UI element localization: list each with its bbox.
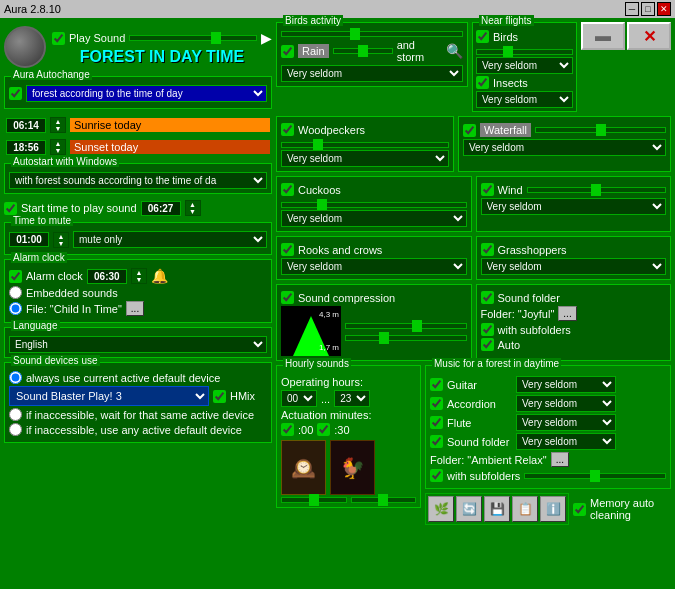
birds-activity-slider[interactable]: [281, 31, 463, 37]
hours-from-select[interactable]: 00: [281, 390, 317, 407]
icon-btn-3[interactable]: 💾: [484, 496, 510, 522]
rain-slider[interactable]: [333, 48, 393, 54]
waterfall-checkbox[interactable]: [463, 124, 476, 137]
auto-checkbox[interactable]: [481, 338, 494, 351]
near-insects-select[interactable]: Very seldom: [476, 91, 573, 108]
guitar-select[interactable]: Very seldom: [516, 376, 616, 393]
accordion-label: Accordion: [447, 398, 512, 410]
near-insects-checkbox[interactable]: [476, 76, 489, 89]
aura-select[interactable]: forest according to the time of day: [26, 85, 267, 102]
icon-btn-4[interactable]: 📋: [512, 496, 538, 522]
aura-checkbox[interactable]: [9, 87, 22, 100]
file-radio[interactable]: [9, 302, 22, 315]
rain-icon[interactable]: 🔍: [446, 43, 463, 59]
woodpeckers-slider[interactable]: [281, 142, 449, 148]
file-browse-btn[interactable]: ...: [126, 301, 144, 316]
maximize-button[interactable]: □: [641, 2, 655, 16]
always-device-label: always use current active default device: [26, 372, 220, 384]
close-button[interactable]: ✕: [657, 2, 671, 16]
icon-btn-2[interactable]: 🔄: [456, 496, 482, 522]
hmix-checkbox[interactable]: [213, 390, 226, 403]
minimize-button[interactable]: ─: [625, 2, 639, 16]
play-sound-checkbox[interactable]: [52, 32, 65, 45]
flute-checkbox[interactable]: [430, 416, 443, 429]
accordion-select[interactable]: Very seldom: [516, 395, 616, 412]
rooster-slider[interactable]: [351, 497, 417, 503]
close-window-btn[interactable]: ✕: [627, 22, 671, 50]
embedded-radio[interactable]: [9, 286, 22, 299]
inaccessible1-radio[interactable]: [9, 408, 22, 421]
hours-to-select[interactable]: 23: [334, 390, 370, 407]
sunset-down-btn[interactable]: ▼: [51, 147, 65, 154]
sound-folder-checkbox[interactable]: [481, 291, 494, 304]
waterfall-box: Waterfall Very seldom: [458, 116, 671, 172]
sb-select[interactable]: Sound Blaster Play! 3: [9, 386, 209, 406]
guitar-checkbox[interactable]: [430, 378, 443, 391]
wind-checkbox[interactable]: [481, 183, 494, 196]
sunset-up-btn[interactable]: ▲: [51, 140, 65, 147]
minimize-window-btn[interactable]: ▬: [581, 22, 625, 50]
rain-checkbox[interactable]: [281, 45, 294, 58]
wind-slider[interactable]: [527, 187, 666, 193]
start-time-checkbox[interactable]: [4, 202, 17, 215]
start-time-input[interactable]: [141, 201, 181, 216]
sound-folder-browse-btn[interactable]: ...: [558, 306, 576, 321]
birds-activity-select[interactable]: Very seldom: [281, 65, 463, 82]
min-to-checkbox[interactable]: [317, 423, 330, 436]
always-device-radio[interactable]: [9, 371, 22, 384]
music-folder-row: Folder: "Ambient Relax" ...: [430, 452, 666, 467]
autostart-select[interactable]: with forest sounds according to the time…: [9, 172, 267, 189]
sunset-time-input[interactable]: [6, 140, 46, 155]
sunrise-up-btn[interactable]: ▲: [51, 118, 65, 125]
mute-select[interactable]: mute only: [73, 231, 267, 248]
cuckoos-select[interactable]: Very seldom: [281, 210, 467, 227]
language-select[interactable]: English Russian German: [9, 336, 267, 353]
subfolders-checkbox[interactable]: [481, 323, 494, 336]
inaccessible2-radio[interactable]: [9, 423, 22, 436]
wind-select[interactable]: Very seldom: [481, 198, 667, 215]
near-birds-slider[interactable]: [476, 49, 573, 55]
sound-comp-checkbox[interactable]: [281, 291, 294, 304]
start-up-btn[interactable]: ▲: [186, 201, 200, 208]
sunrise-down-btn[interactable]: ▼: [51, 125, 65, 132]
alarm-time-input[interactable]: [87, 269, 127, 284]
waterfall-slider[interactable]: [535, 127, 666, 133]
mute-spinner: ▲ ▼: [53, 232, 69, 248]
icon-btn-5[interactable]: ℹ️: [540, 496, 566, 522]
mute-up-btn[interactable]: ▲: [54, 233, 68, 240]
waterfall-select[interactable]: Very seldom: [463, 139, 666, 156]
mute-down-btn[interactable]: ▼: [54, 240, 68, 247]
grasshoppers-checkbox[interactable]: [481, 243, 494, 256]
music-folder-btn[interactable]: ...: [551, 452, 569, 467]
sunrise-time-input[interactable]: [6, 118, 46, 133]
grasshoppers-select[interactable]: Very seldom: [481, 258, 667, 275]
volume-slider[interactable]: [129, 35, 257, 41]
birds-activity-box: Birds activity Rain and storm 🔍 Very sel…: [276, 22, 468, 87]
cuckoo-slider[interactable]: [281, 497, 347, 503]
rooks-checkbox[interactable]: [281, 243, 294, 256]
mute-time-input[interactable]: [9, 232, 49, 247]
music-volume-slider[interactable]: [524, 473, 666, 479]
woodpeckers-checkbox[interactable]: [281, 123, 294, 136]
rooks-select[interactable]: Very seldom: [281, 258, 467, 275]
alarm-checkbox[interactable]: [9, 270, 22, 283]
cuckoos-checkbox[interactable]: [281, 183, 294, 196]
alarm-up-btn[interactable]: ▲: [132, 269, 146, 276]
woodpeckers-select[interactable]: Very seldom: [281, 150, 449, 167]
cuckoos-slider[interactable]: [281, 202, 467, 208]
comp-slider1[interactable]: [345, 323, 467, 329]
alarm-icon[interactable]: 🔔: [151, 268, 168, 284]
music-sound-folder-select[interactable]: Very seldom: [516, 433, 616, 450]
flute-select[interactable]: Very seldom: [516, 414, 616, 431]
alarm-down-btn[interactable]: ▼: [132, 276, 146, 283]
near-birds-checkbox[interactable]: [476, 30, 489, 43]
music-subfolders-checkbox[interactable]: [430, 469, 443, 482]
icon-btn-1[interactable]: 🌿: [428, 496, 454, 522]
accordion-checkbox[interactable]: [430, 397, 443, 410]
near-birds-select[interactable]: Very seldom: [476, 57, 573, 74]
comp-slider2[interactable]: [345, 335, 467, 341]
memory-auto-cleaning-checkbox[interactable]: [573, 503, 586, 516]
music-sound-folder-checkbox[interactable]: [430, 435, 443, 448]
min-from-checkbox[interactable]: [281, 423, 294, 436]
start-down-btn[interactable]: ▼: [186, 208, 200, 215]
